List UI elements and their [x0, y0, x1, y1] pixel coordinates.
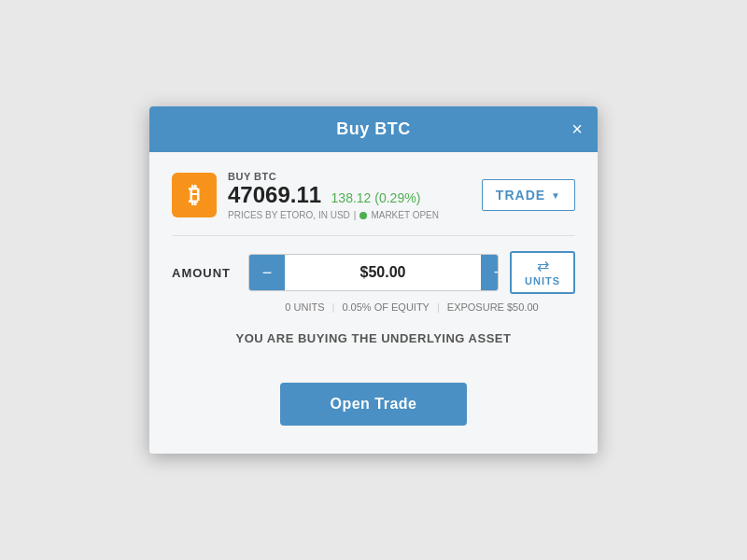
open-trade-button[interactable]: Open Trade [280, 383, 467, 426]
equity-stat: 0.05% OF EQUITY [342, 301, 430, 313]
market-status: MARKET OPEN [371, 210, 439, 220]
modal-header: Buy BTC × [149, 106, 598, 152]
increase-button[interactable]: + [481, 255, 499, 290]
amount-input[interactable] [285, 255, 481, 290]
trade-dropdown-button[interactable]: TRADE ▼ [482, 179, 575, 211]
underlying-asset-message: YOU ARE BUYING THE UNDERLYING ASSET [172, 331, 575, 345]
price-row: 47069.11 138.12 (0.29%) [228, 182, 439, 209]
market-open-dot [359, 212, 367, 219]
trade-dropdown-label: TRADE [496, 188, 545, 203]
prices-by-label: PRICES BY ETORO, IN USD [228, 210, 350, 220]
units-stat: 0 UNITS [285, 301, 324, 313]
asset-row: ₿ BUY BTC 47069.11 138.12 (0.29%) PRICES… [172, 171, 575, 237]
modal-body: ₿ BUY BTC 47069.11 138.12 (0.29%) PRICES… [149, 152, 598, 455]
amount-row: AMOUNT − + ⇄ UNITS [172, 251, 575, 294]
amount-controls: − + [248, 254, 499, 291]
swap-icon: ⇄ [537, 259, 549, 273]
decrease-button[interactable]: − [249, 255, 285, 290]
amount-label: AMOUNT [172, 266, 237, 280]
separator-1: | [332, 301, 335, 313]
asset-change: 138.12 (0.29%) [331, 190, 421, 205]
chevron-down-icon: ▼ [551, 190, 561, 201]
btc-icon: ₿ [172, 173, 217, 217]
close-button[interactable]: × [571, 119, 583, 138]
asset-details: BUY BTC 47069.11 138.12 (0.29%) PRICES B… [228, 171, 439, 221]
asset-info: ₿ BUY BTC 47069.11 138.12 (0.29%) PRICES… [172, 171, 439, 221]
asset-label: BUY BTC [228, 171, 439, 182]
units-toggle-button[interactable]: ⇄ UNITS [510, 251, 575, 294]
exposure-stat: EXPOSURE $50.00 [447, 301, 539, 313]
asset-meta: PRICES BY ETORO, IN USD | MARKET OPEN [228, 210, 439, 220]
stats-row: 0 UNITS | 0.05% OF EQUITY | EXPOSURE $50… [172, 301, 575, 313]
modal-title: Buy BTC [336, 119, 411, 139]
asset-price: 47069.11 [228, 182, 321, 207]
buy-btc-modal: Buy BTC × ₿ BUY BTC 47069.11 138.12 (0.2… [149, 106, 598, 455]
separator-2: | [437, 301, 440, 313]
units-label: UNITS [525, 275, 560, 287]
